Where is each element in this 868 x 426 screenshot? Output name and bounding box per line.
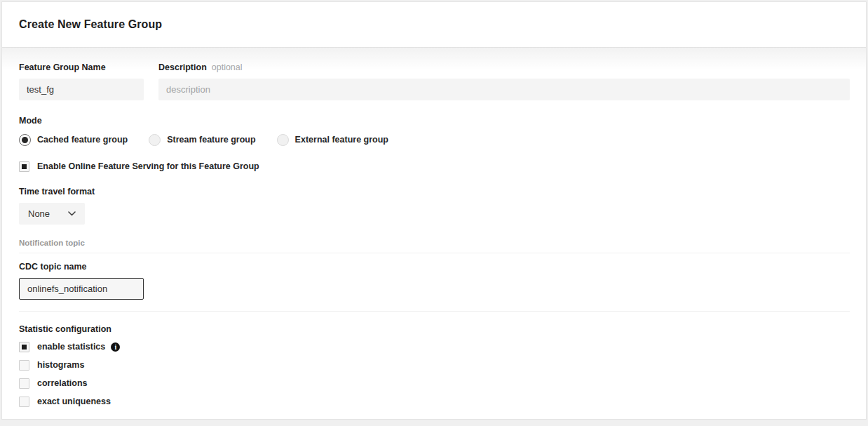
feature-group-name-input[interactable]: [19, 79, 144, 100]
histograms-checkbox-row[interactable]: histograms: [19, 360, 850, 371]
form-content: Feature Group Name Descriptionoptional M…: [2, 48, 866, 407]
panel-header: Create New Feature Group: [2, 2, 866, 48]
radio-cached-feature-group[interactable]: Cached feature group: [19, 134, 128, 146]
feature-group-name-field-group: Feature Group Name: [19, 62, 144, 100]
optional-tag: optional: [212, 62, 243, 72]
radio-stream-feature-group[interactable]: Stream feature group: [149, 134, 255, 146]
radio-label: Stream feature group: [167, 135, 255, 145]
description-input[interactable]: [158, 79, 850, 100]
description-field-group: Descriptionoptional: [158, 62, 850, 100]
radio-unselected-icon[interactable]: [277, 134, 289, 146]
checkbox-label: correlations: [37, 378, 88, 389]
online-serving-checkbox-row[interactable]: Enable Online Feature Serving for this F…: [19, 161, 850, 172]
checkbox-checked-icon[interactable]: [19, 161, 29, 172]
checkbox-label: enable statistics: [37, 342, 105, 352]
correlations-checkbox-row[interactable]: correlations: [19, 378, 850, 389]
checkbox-unchecked-icon[interactable]: [19, 378, 29, 389]
section-divider: [19, 253, 850, 253]
page-title: Create New Feature Group: [19, 18, 162, 31]
checkbox-label: histograms: [37, 360, 84, 371]
mode-radio-group: Cached feature group Stream feature grou…: [19, 134, 850, 146]
radio-label: External feature group: [295, 135, 388, 145]
time-travel-format-label: Time travel format: [19, 187, 850, 197]
enable-statistics-checkbox-row[interactable]: enable statistics i: [19, 342, 850, 352]
create-feature-group-panel: Create New Feature Group Feature Group N…: [1, 1, 867, 420]
online-serving-label: Enable Online Feature Serving for this F…: [37, 161, 259, 172]
name-description-row: Feature Group Name Descriptionoptional: [19, 48, 850, 100]
mode-label: Mode: [19, 116, 850, 126]
time-travel-format-select[interactable]: None: [19, 203, 85, 225]
description-label: Descriptionoptional: [158, 62, 850, 72]
chevron-down-icon: [68, 211, 76, 216]
radio-selected-icon[interactable]: [19, 134, 31, 146]
radio-unselected-icon[interactable]: [149, 134, 161, 146]
cdc-topic-name-input[interactable]: [19, 278, 144, 300]
checkbox-unchecked-icon[interactable]: [19, 397, 29, 407]
section-divider: [19, 311, 850, 312]
feature-group-name-label: Feature Group Name: [19, 62, 144, 72]
statistic-configuration-label: Statistic configuration: [19, 324, 850, 334]
radio-external-feature-group[interactable]: External feature group: [277, 134, 388, 146]
info-icon[interactable]: i: [111, 342, 120, 352]
checkbox-label: exact uniqueness: [37, 397, 111, 407]
selected-value: None: [28, 208, 50, 219]
cdc-topic-name-label: CDC topic name: [19, 262, 850, 272]
radio-label: Cached feature group: [37, 135, 128, 145]
exact-uniqueness-checkbox-row[interactable]: exact uniqueness: [19, 397, 850, 407]
notification-topic-section-label: Notification topic: [19, 239, 850, 247]
checkbox-checked-icon[interactable]: [19, 342, 29, 352]
checkbox-unchecked-icon[interactable]: [19, 360, 29, 371]
